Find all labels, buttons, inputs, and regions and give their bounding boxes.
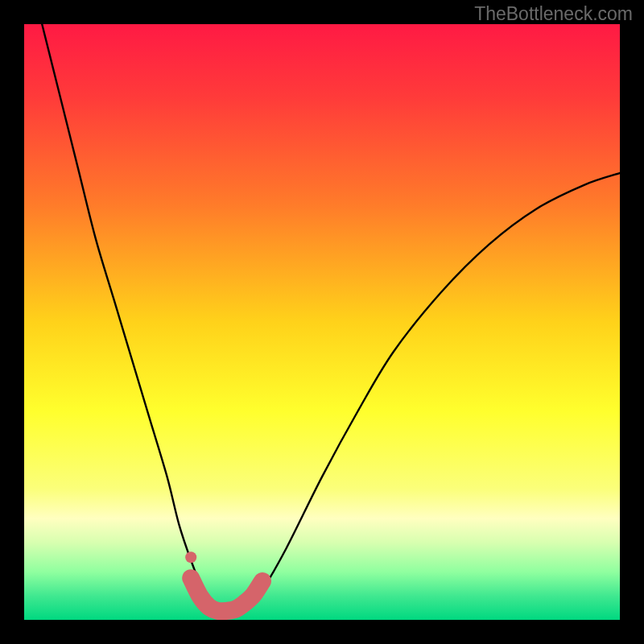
watermark-text: TheBottleneck.com: [474, 3, 633, 25]
bottleneck-chart: [24, 24, 620, 620]
gradient-background: [24, 24, 620, 620]
chart-frame: TheBottleneck.com: [0, 0, 644, 644]
chart-svg: [24, 24, 620, 620]
highlight-dot: [185, 551, 196, 563]
